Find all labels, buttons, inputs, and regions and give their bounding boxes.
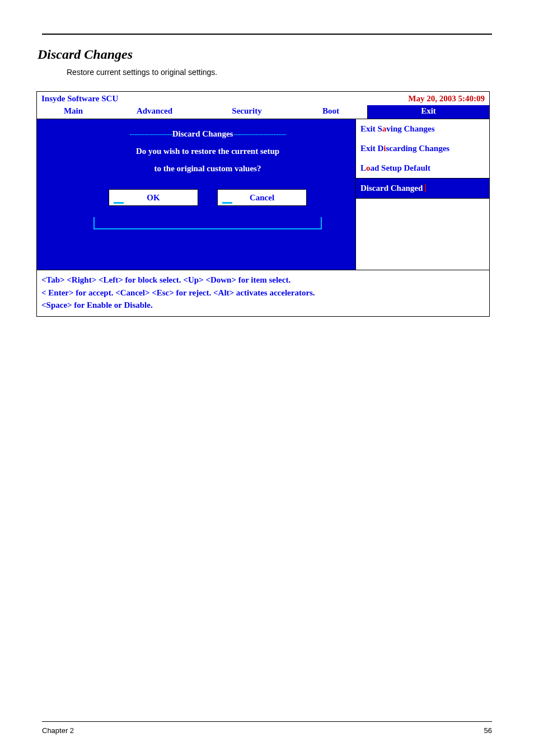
tab-security[interactable]: Security	[199, 105, 294, 119]
cancel-indicator	[222, 202, 232, 204]
bios-product-name: Insyde Software SCU	[41, 94, 118, 104]
dashes-right: ---------------------	[233, 129, 285, 138]
ok-button-label: OK	[147, 193, 160, 203]
exit-menu-panel: Exit Saving Changes Exit Discarding Chan…	[356, 119, 489, 270]
page-footer: Chapter 2 56	[42, 721, 492, 735]
section-description: Restore current settings to original set…	[67, 68, 492, 77]
dialog-bottom-border	[93, 217, 322, 229]
cancel-button-label: Cancel	[250, 193, 274, 203]
footer-rule	[42, 721, 492, 722]
bios-menu-bar: Main Advanced Security Boot Exit	[37, 105, 489, 119]
bios-body: -----------------Discard Changes--------…	[37, 119, 489, 270]
label-part: Exit S	[360, 124, 382, 133]
help-line-2: < Enter> for accept. <Cancel> <Esc> for …	[41, 287, 485, 299]
section-title: Discard Changes	[38, 47, 492, 62]
dialog-line-2: to the original custom values?	[96, 164, 320, 173]
tab-exit[interactable]: Exit	[367, 105, 489, 119]
cancel-button[interactable]: Cancel	[217, 189, 307, 206]
tab-main[interactable]: Main	[37, 105, 110, 119]
selection-caret	[425, 184, 426, 192]
dialog-title-text: Discard Changes	[172, 129, 233, 138]
discard-changed[interactable]: Discard Changed	[356, 178, 489, 199]
tab-boot[interactable]: Boot	[294, 105, 367, 119]
exit-saving-changes[interactable]: Exit Saving Changes	[356, 119, 489, 139]
hotkey: o	[366, 163, 371, 172]
dialog-buttons: OK Cancel	[96, 189, 320, 206]
dialog-title: -----------------Discard Changes--------…	[96, 129, 320, 139]
bios-help-footer: <Tab> <Right> <Left> for block select. <…	[37, 270, 489, 316]
label-part: scarding Changes	[386, 144, 449, 153]
top-rule	[42, 34, 492, 35]
page-number: 56	[484, 726, 492, 735]
bios-screenshot: Insyde Software SCU May 20, 2003 5:40:09…	[36, 91, 490, 317]
tab-advanced[interactable]: Advanced	[110, 105, 199, 119]
label-part: ving Changes	[386, 124, 434, 133]
load-setup-default[interactable]: Load Setup Default	[356, 158, 489, 178]
discard-changes-dialog: -----------------Discard Changes--------…	[90, 125, 325, 240]
bios-title-bar: Insyde Software SCU May 20, 2003 5:40:09	[37, 92, 489, 105]
label-part: ad Setup Default	[371, 163, 431, 172]
help-line-1: <Tab> <Right> <Left> for block select. <…	[41, 274, 485, 287]
ok-indicator	[114, 202, 124, 204]
bios-datetime: May 20, 2003 5:40:09	[408, 94, 485, 104]
help-line-3: <Space> for Enable or Disable.	[41, 299, 485, 312]
bios-tabs-left: Main Advanced Security Boot	[37, 105, 367, 119]
label-part: Exit D	[360, 144, 383, 153]
label-part: L	[360, 163, 366, 172]
dashes-left: -----------------	[129, 129, 172, 138]
exit-discarding-changes[interactable]: Exit Discarding Changes	[356, 139, 489, 158]
bios-main-panel: -----------------Discard Changes--------…	[37, 119, 356, 270]
ok-button[interactable]: OK	[109, 189, 198, 206]
dialog-line-1: Do you wish to restore the current setup	[96, 147, 320, 156]
chapter-label: Chapter 2	[42, 726, 74, 735]
footer-row: Chapter 2 56	[42, 726, 492, 735]
label-part: Discard Changed	[360, 184, 423, 192]
